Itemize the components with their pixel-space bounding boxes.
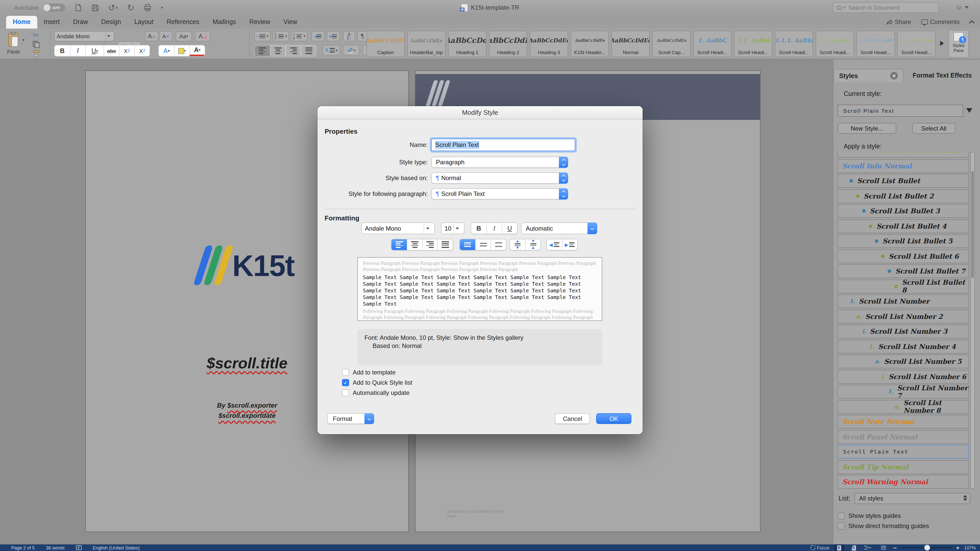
dialog-italic-button[interactable]: I — [487, 223, 502, 233]
show-marks-button[interactable]: ¶ — [357, 31, 368, 41]
checkbox-box[interactable] — [838, 512, 845, 519]
print-layout-view-button[interactable] — [834, 545, 844, 551]
dialog-align-right-button[interactable] — [422, 239, 438, 250]
focus-button[interactable]: Focus — [811, 545, 829, 550]
bold-button[interactable]: B — [55, 45, 70, 56]
zoom-out-button[interactable]: − — [893, 544, 897, 551]
draft-view-button[interactable] — [878, 545, 889, 551]
gallery-expand-icon[interactable] — [940, 41, 944, 46]
search-input[interactable] — [847, 4, 929, 11]
styles-list-scrollbar[interactable] — [970, 152, 975, 489]
zoom-slider[interactable] — [901, 547, 951, 548]
dialog-font-name-dropdown[interactable]: Andale Mono — [361, 222, 435, 234]
dialog-decrease-space-before-button[interactable]: ▼▲ — [525, 239, 541, 250]
tab-layout[interactable]: Layout — [127, 16, 160, 29]
styles-pane-button[interactable]: Styles Pane — [948, 30, 969, 58]
multilevel-list-button[interactable]: 1a▾ — [291, 31, 307, 41]
format-painter-icon[interactable] — [33, 49, 40, 58]
sort-button[interactable]: AZ↓ — [343, 31, 355, 41]
dialog-1-5-space-button[interactable] — [475, 239, 490, 250]
gallery-style-9[interactable]: 1.1. AaBblScroll Headi... — [734, 30, 772, 57]
cancel-button[interactable]: Cancel — [555, 413, 590, 424]
proofing-errors-icon[interactable]: ✗ — [76, 545, 81, 550]
text-effects-button[interactable]: A▾ — [159, 45, 174, 56]
align-left-button[interactable] — [255, 45, 270, 56]
checkbox-box[interactable]: ✓ — [342, 379, 349, 386]
comments-button[interactable]: Comments — [921, 18, 959, 25]
font-color-button[interactable]: A▾ — [189, 45, 205, 56]
copy-icon[interactable] — [33, 41, 40, 49]
new-style-button[interactable]: New Style... — [838, 123, 896, 134]
shading-button[interactable]: ▾ — [343, 45, 360, 56]
strikethrough-button[interactable]: abc — [103, 45, 119, 56]
gallery-style-6[interactable]: AaBbCcDdEeNormal — [611, 30, 650, 57]
style-list-item[interactable]: a.Scroll List Number 2 — [838, 310, 969, 323]
gallery-style-0[interactable]: AaBbCcDdEeCaption — [366, 30, 405, 57]
style-list-item[interactable]: 1.Scroll List Number 7 — [838, 385, 969, 399]
style-list-item[interactable]: Scroll List Bullet — [838, 174, 969, 188]
feedback-smiley-icon[interactable]: ☺ — [955, 3, 963, 11]
decrease-indent-button[interactable]: ◂ — [311, 31, 325, 41]
style-list-item[interactable]: Scroll List Bullet 2 — [838, 189, 969, 203]
style-list-item[interactable]: i.Scroll List Number 6 — [838, 370, 969, 383]
tab-format-text-effects[interactable]: Format Text Effects — [907, 69, 977, 82]
style-list-item[interactable]: a.Scroll List Number 8 — [838, 400, 969, 413]
checkbox-box[interactable] — [342, 389, 349, 396]
zoom-percent[interactable]: 107% — [964, 545, 976, 550]
dialog-align-left-button[interactable] — [391, 239, 407, 250]
list-filter-dropdown[interactable]: All styles — [854, 493, 970, 504]
outline-view-button[interactable] — [864, 545, 874, 551]
checkbox-add-to-quick-style-list[interactable]: ✓Add to Quick Style list — [342, 379, 412, 386]
gallery-style-5[interactable]: AaBbCcDdEeK15t Header... — [571, 30, 609, 57]
paste-button[interactable]: Paste — [7, 32, 20, 55]
checkbox-automatically-update[interactable]: Automatically update — [342, 389, 410, 396]
style-list-item[interactable]: i.Scroll List Number 3 — [838, 324, 969, 338]
gallery-style-13[interactable]: 1.1.1.1.1.1. AalScroll Headi... — [897, 30, 935, 57]
dialog-font-size-dropdown[interactable]: 10 — [441, 222, 465, 234]
gallery-style-11[interactable]: 1.1.1.1. AaBbCScroll Headi... — [816, 30, 854, 57]
web-layout-view-button[interactable] — [849, 545, 859, 551]
style-list-item[interactable]: Scroll Panel Normal — [838, 430, 969, 444]
tab-home[interactable]: Home — [6, 16, 37, 29]
tab-mailings[interactable]: Mailings — [206, 16, 243, 29]
language-indicator[interactable]: English (United States) — [93, 545, 140, 550]
bullets-button[interactable]: •▾ — [254, 31, 270, 41]
grow-font-button[interactable]: A▲ — [145, 31, 158, 41]
italic-button[interactable]: I — [70, 45, 85, 56]
align-center-button[interactable] — [270, 45, 285, 56]
tab-design[interactable]: Design — [94, 16, 127, 29]
increase-indent-button[interactable]: ▸ — [327, 31, 340, 41]
gallery-style-4[interactable]: AaBbCcDdEeHeading 3 — [530, 30, 568, 57]
style-list-item[interactable]: Scroll Note Normal — [838, 415, 969, 429]
subscript-button[interactable]: X2 — [119, 45, 134, 56]
dialog-double-space-button[interactable] — [490, 239, 506, 250]
style-list-item[interactable]: Scroll Tip Normal — [838, 460, 969, 474]
redo-icon[interactable]: ↻ — [127, 2, 135, 13]
style-list-item[interactable]: 1.Scroll List Number 4 — [838, 340, 969, 353]
zoom-in-button[interactable]: + — [956, 544, 959, 551]
underline-button[interactable]: U ▾ — [85, 45, 103, 56]
dialog-increase-indent-button[interactable]: ▶ — [562, 239, 577, 250]
checkbox-box[interactable] — [838, 522, 845, 530]
clear-formatting-button[interactable]: A◢ — [195, 31, 210, 41]
new-from-template-icon[interactable] — [74, 2, 82, 13]
undo-icon[interactable]: ↺▾ — [108, 2, 118, 13]
dialog-decrease-indent-button[interactable]: ◀ — [547, 239, 562, 250]
paste-caret-icon[interactable]: ▾ — [22, 38, 24, 42]
customize-toolbar-icon[interactable]: ▾ — [161, 2, 163, 13]
based-on-dropdown[interactable]: ¶Normal — [431, 172, 568, 184]
font-name-dropdown[interactable]: Andale Mono — [54, 31, 115, 41]
gallery-style-12[interactable]: 1.1.1.1.1. AaBbScroll Headi... — [856, 30, 895, 57]
shrink-font-button[interactable]: A▼ — [159, 31, 172, 41]
style-list-item[interactable]: Scroll List Bullet 4 — [838, 219, 969, 233]
ok-button[interactable]: OK — [596, 413, 632, 424]
tab-draw[interactable]: Draw — [66, 16, 94, 29]
checkbox-add-to-template[interactable]: Add to template — [342, 369, 396, 376]
style-list-item[interactable]: Scroll Info Normal — [838, 159, 969, 173]
dialog-align-center-button[interactable] — [407, 239, 422, 250]
gallery-style-7[interactable]: AaBbCcDdEeScroll Cap... — [652, 30, 690, 57]
change-case-button[interactable]: Aa▾ — [176, 31, 192, 41]
print-icon[interactable] — [143, 2, 151, 13]
search-scope-chevron-icon[interactable] — [842, 5, 846, 9]
dialog-underline-button[interactable]: U — [502, 223, 517, 233]
